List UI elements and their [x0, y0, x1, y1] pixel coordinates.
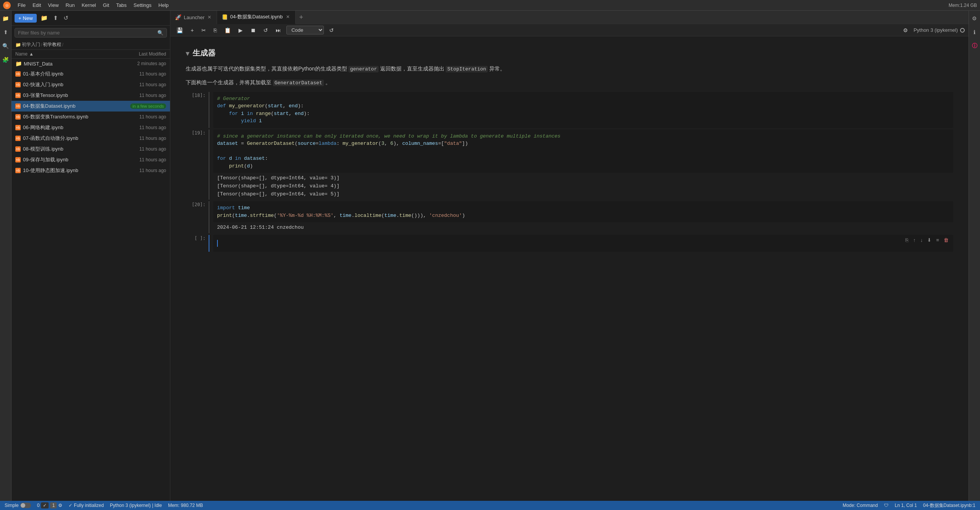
move-up-button[interactable]: ↑	[911, 236, 917, 244]
more-options-button[interactable]: ≡	[934, 236, 941, 244]
save-button[interactable]: 💾	[174, 26, 185, 34]
settings-status-icon[interactable]: ⚙	[58, 503, 62, 508]
collapse-arrow-icon[interactable]: ▾	[186, 49, 189, 58]
initialized-label: Fully initialized	[74, 503, 104, 508]
settings-button[interactable]: ⚙	[901, 26, 910, 34]
kernel-status-label: Python 3 (ipykernel) | Idle	[110, 503, 162, 508]
code-area-empty[interactable]: ⎘ ↑ ↓ ⬇ ≡ 🗑	[213, 235, 953, 252]
cell-gutter-20: [20]:	[186, 201, 209, 233]
notebook-content: ▾ 生成器 生成器也属于可迭代的数据集类型，其直接依赖Python的生成器类型 …	[170, 36, 969, 501]
insert-below-button[interactable]: ⬇	[926, 236, 933, 244]
menu-tabs[interactable]: Tabs	[113, 2, 129, 9]
list-item[interactable]: nb 01-基本介绍.ipynb 11 hours ago	[11, 69, 170, 79]
files-sidebar-btn[interactable]: 📁	[1, 14, 10, 23]
list-item[interactable]: nb 09-保存与加载.ipynb 11 hours ago	[11, 154, 170, 165]
col-name-header[interactable]: Name ▲	[15, 51, 116, 57]
list-item[interactable]: 📁 MNIST_Data 2 minutes ago	[11, 59, 170, 69]
tab-close-notebook[interactable]: ✕	[285, 13, 291, 20]
cell-body-20[interactable]: import time print(time.strftime('%Y-%m-%…	[209, 201, 953, 233]
menu-edit[interactable]: Edit	[29, 2, 44, 9]
shield-icon: 🛡	[884, 503, 889, 508]
right-info-btn[interactable]: ℹ	[970, 28, 979, 37]
cell-actions: ⎘ ↑ ↓ ⬇ ≡ 🗑	[904, 236, 950, 244]
col-modified-header[interactable]: Last Modified	[116, 51, 166, 57]
right-settings-btn[interactable]: ⚙	[970, 14, 979, 23]
list-item[interactable]: nb 05-数据变换Transforms.ipynb 11 hours ago	[11, 112, 170, 122]
code-line: import time	[217, 204, 949, 212]
refresh-kernel-button[interactable]: ↺	[327, 26, 336, 34]
tab-notebook[interactable]: 📒 04-数据集Dataset.ipynb ✕	[217, 11, 295, 24]
mode-item: Mode: Command	[843, 503, 878, 508]
list-item[interactable]: nb 08-模型训练.ipynb 11 hours ago	[11, 144, 170, 154]
copy-button[interactable]: ⎘	[211, 26, 219, 34]
cell-number-19: [19]:	[192, 130, 206, 136]
refresh-button[interactable]: ↺	[62, 13, 70, 23]
cell-body-19[interactable]: # since a generator instance can be only…	[209, 130, 953, 200]
file-panel: + New 📁 ⬆ ↺ 🔍 📁 初学入门 / 初学教程 / Name ▲ Las…	[11, 11, 170, 501]
delete-cell-button[interactable]: 🗑	[942, 236, 950, 244]
new-file-button[interactable]: + New	[15, 14, 37, 23]
code-line: def my_generator(start, end):	[217, 102, 949, 110]
menubar: File Edit View Run Kernel Git Tabs Setti…	[0, 0, 980, 11]
code-area-19[interactable]: # since a generator instance can be only…	[213, 130, 953, 173]
list-item[interactable]: nb 10-使用静态图加速.ipynb 11 hours ago	[11, 165, 170, 176]
list-item[interactable]: nb 03-张量Tensor.ipynb 11 hours ago	[11, 90, 170, 101]
search-sidebar-btn[interactable]: 🔍	[1, 41, 10, 51]
upload-button[interactable]: ⬆	[52, 13, 60, 23]
breadcrumb-current[interactable]: 初学教程	[43, 41, 61, 48]
tab-close-launcher[interactable]: ✕	[207, 14, 212, 21]
output-line: [Tensor(shape=[], dtype=Int64, value= 4)…	[217, 182, 949, 190]
menu-file[interactable]: File	[15, 2, 29, 9]
list-item[interactable]: nb 02-快速入门.ipynb 11 hours ago	[11, 79, 170, 90]
code-inline-generator: generator	[348, 66, 378, 72]
run-button[interactable]: ▶	[236, 26, 245, 34]
cell-body-18[interactable]: # Generator def my_generator(start, end)…	[209, 92, 953, 128]
tab-launcher[interactable]: 🚀 Launcher ✕	[170, 11, 217, 24]
tab-notebook-label: 04-数据集Dataset.ipynb	[230, 13, 283, 20]
copy-cell-button[interactable]: ⎘	[904, 236, 910, 244]
list-item[interactable]: nb 06-网络构建.ipynb 11 hours ago	[11, 122, 170, 133]
list-item[interactable]: nb 07-函数式自动微分.ipynb 11 hours ago	[11, 133, 170, 144]
cut-button[interactable]: ✂	[199, 26, 208, 34]
new-tab-button[interactable]: +	[296, 13, 307, 21]
cell-type-select[interactable]: Code Markdown Raw	[286, 26, 324, 34]
menu-run[interactable]: Run	[62, 2, 78, 9]
list-item[interactable]: nb 04-数据集Dataset.ipynb in a few seconds	[11, 101, 170, 112]
filename-item: 04-数据集Dataset.ipynb:1	[923, 502, 975, 509]
menu-git[interactable]: Git	[100, 2, 113, 9]
code-line: print(time.strftime('%Y-%m-%d %H:%M:%S',…	[217, 212, 949, 220]
breadcrumb-root[interactable]: 初学入门	[22, 41, 40, 48]
restart-run-button[interactable]: ⏭	[273, 26, 283, 34]
cell-body-empty[interactable]: ⎘ ↑ ↓ ⬇ ≡ 🗑	[209, 235, 953, 252]
upload-sidebar-btn[interactable]: ⬆	[1, 28, 10, 37]
stop-button[interactable]: ⏹	[248, 26, 258, 34]
code-line: # Generator	[217, 95, 949, 103]
simple-toggle[interactable]	[20, 503, 31, 508]
tab-launcher-label: Launcher	[184, 15, 204, 20]
memory-display: Mem:1.24 GB	[949, 3, 977, 8]
plus-icon: +	[18, 15, 21, 21]
extension-sidebar-btn[interactable]: 🧩	[1, 55, 10, 64]
paste-button[interactable]: 📋	[222, 26, 233, 34]
search-input[interactable]	[18, 30, 157, 36]
menu-kernel[interactable]: Kernel	[78, 2, 99, 9]
new-folder-button[interactable]: 📁	[39, 13, 49, 23]
file-list-header: Name ▲ Last Modified	[11, 50, 170, 59]
code-area-18[interactable]: # Generator def my_generator(start, end)…	[213, 92, 953, 128]
cell-output-19: [Tensor(shape=[], dtype=Int64, value= 3)…	[213, 173, 953, 200]
move-down-button[interactable]: ↓	[919, 236, 924, 244]
simple-toggle-item: Simple	[5, 503, 31, 508]
cell-gutter-18: [18]:	[186, 92, 209, 128]
restart-button[interactable]: ↺	[261, 26, 270, 34]
right-property-btn[interactable]: ⓘ	[970, 41, 979, 51]
code-area-20[interactable]: import time print(time.strftime('%Y-%m-%…	[213, 201, 953, 222]
menu-settings[interactable]: Settings	[131, 2, 155, 9]
add-cell-button[interactable]: +	[188, 26, 196, 34]
code-line: yield i	[217, 117, 949, 125]
file-name: 04-数据集Dataset.ipynb	[23, 103, 114, 110]
file-name: MNIST_Data	[24, 61, 114, 67]
position-label: Ln 1, Col 1	[895, 503, 917, 508]
kernel-name: Python 3 (ipykernel)	[913, 27, 958, 33]
menu-view[interactable]: View	[45, 2, 62, 9]
menu-help[interactable]: Help	[155, 2, 172, 9]
